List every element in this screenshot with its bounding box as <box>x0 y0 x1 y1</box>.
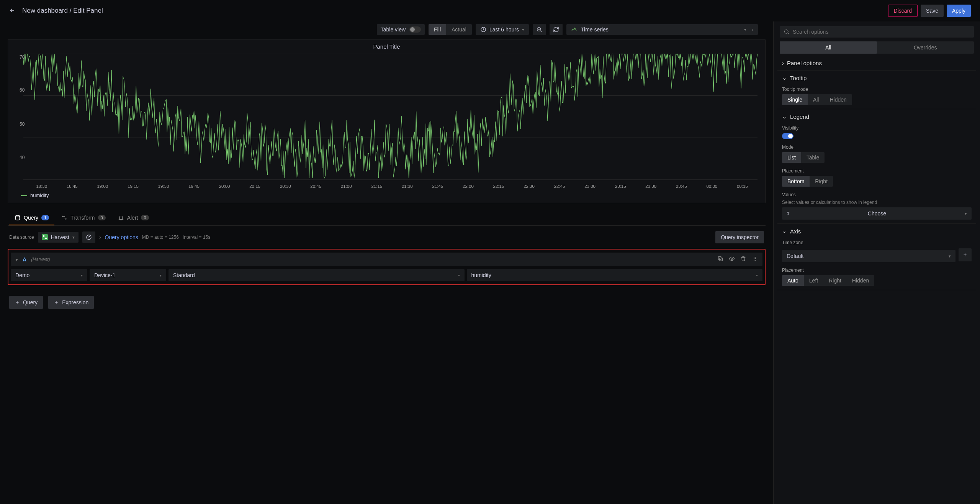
y-tick: 70 <box>20 54 25 60</box>
panel-toolbar: Table view Fill Actual Last 6 hours ▾ <box>8 21 766 39</box>
chart-area[interactable]: 70 60 50 40 <box>8 54 765 184</box>
harvest-icon <box>42 234 48 240</box>
table-view-label: Table view <box>381 26 406 33</box>
section-header[interactable]: ⌄ Axis <box>782 228 972 235</box>
y-tick: 60 <box>20 87 25 93</box>
tooltip-hidden[interactable]: Hidden <box>824 94 852 105</box>
actual-button[interactable]: Actual <box>446 24 472 35</box>
apply-button[interactable]: Apply <box>947 5 971 17</box>
chevron-right-icon[interactable]: › <box>752 27 753 32</box>
panel-preview: Panel Title 70 60 50 40 18:3018:4519:001… <box>8 39 766 203</box>
chevron-down-icon: ⌄ <box>782 228 787 235</box>
query-options-link[interactable]: Query options <box>105 234 138 240</box>
axis-tz-select[interactable]: Default ▾ <box>782 250 955 262</box>
query-field-metric[interactable]: humidity▾ <box>467 269 763 281</box>
page-header: New dashboard / Edit Panel Discard Save … <box>0 0 980 21</box>
refresh-button[interactable] <box>550 24 563 35</box>
x-tick: 23:45 <box>666 184 697 189</box>
section-header[interactable]: › Panel options <box>782 60 972 66</box>
drag-handle-icon[interactable] <box>752 256 758 263</box>
ds-help-button[interactable] <box>82 231 95 243</box>
query-inspector-button[interactable]: Query inspector <box>715 231 764 243</box>
query-field-device[interactable]: Device-1▾ <box>90 269 166 281</box>
breadcrumb: New dashboard / Edit Panel <box>22 7 103 15</box>
left-column: Table view Fill Actual Last 6 hours ▾ <box>0 21 773 504</box>
axis-auto[interactable]: Auto <box>782 275 804 286</box>
legend-values-select[interactable]: ూ Choose ▾ <box>782 207 972 220</box>
question-icon <box>86 234 92 240</box>
tooltip-all[interactable]: All <box>808 94 825 105</box>
plus-icon: ＋ <box>54 299 59 306</box>
query-field-type[interactable]: Standard▾ <box>169 269 465 281</box>
tab-all[interactable]: All <box>780 41 877 54</box>
trash-icon[interactable] <box>740 256 746 263</box>
y-tick: 40 <box>20 155 25 160</box>
chart-legend: humidity <box>8 190 765 203</box>
section-axis: ⌄ Axis Time zone Default ▾ ＋ Placement A… <box>777 224 976 290</box>
x-tick: 22:15 <box>483 184 514 189</box>
zoom-out-button[interactable] <box>533 24 546 35</box>
legend-right[interactable]: Right <box>810 176 833 187</box>
viz-label: Time series <box>581 26 609 33</box>
query-letter: A <box>23 256 26 263</box>
x-tick: 20:45 <box>301 184 331 189</box>
x-tick: 23:15 <box>605 184 636 189</box>
tooltip-single[interactable]: Single <box>782 94 808 105</box>
axis-hidden[interactable]: Hidden <box>847 275 874 286</box>
discard-button[interactable]: Discard <box>888 5 918 17</box>
visualization-picker[interactable]: Time series ▾ › <box>566 24 758 35</box>
legend-values-label: Values <box>782 192 972 197</box>
search-options-input[interactable] <box>793 29 970 35</box>
tab-transform[interactable]: Transform 0 <box>56 211 111 225</box>
svg-point-15 <box>755 257 756 258</box>
chevron-down-icon[interactable]: ▾ <box>15 256 18 263</box>
axis-tz-add[interactable]: ＋ <box>959 248 972 261</box>
x-tick: 20:30 <box>270 184 301 189</box>
query-block-highlight: ▾ A (Harvest) Demo▾ Device-1▾ Standard▾ … <box>8 249 766 285</box>
tab-overrides[interactable]: Overrides <box>877 41 974 54</box>
svg-point-20 <box>785 30 788 33</box>
legend-placement-segment: Bottom Right <box>782 176 833 187</box>
add-row: ＋ Query ＋ Expression <box>8 292 766 313</box>
datasource-row: Data source Harvest ▾ › Query options MD… <box>8 226 766 249</box>
query-field-project[interactable]: Demo▾ <box>11 269 87 281</box>
legend-bottom[interactable]: Bottom <box>782 176 810 187</box>
axis-left[interactable]: Left <box>804 275 823 286</box>
tab-query[interactable]: Query 1 <box>9 211 54 225</box>
section-header[interactable]: ⌄ Legend <box>782 113 972 120</box>
time-range-picker[interactable]: Last 6 hours ▾ <box>476 24 529 35</box>
section-panel-options: › Panel options <box>777 56 976 71</box>
plus-icon: ＋ <box>15 299 20 306</box>
editor-tabs: Query 1 Transform 0 Alert 0 <box>8 207 766 226</box>
qopts-interval: Interval = 15s <box>183 235 210 240</box>
legend-table[interactable]: Table <box>801 152 825 163</box>
search-options[interactable] <box>780 26 974 38</box>
svg-rect-9 <box>45 238 47 239</box>
x-tick: 20:15 <box>240 184 270 189</box>
time-range-label: Last 6 hours <box>489 26 519 33</box>
save-button[interactable]: Save <box>921 5 944 17</box>
fill-actual-segment: Fill Actual <box>429 24 472 35</box>
table-view-switch[interactable] <box>409 26 421 33</box>
back-arrow-icon[interactable] <box>9 7 15 15</box>
chevron-right-icon[interactable]: › <box>99 234 101 240</box>
section-header[interactable]: ⌄ Tooltip <box>782 74 972 81</box>
axis-right[interactable]: Right <box>823 275 847 286</box>
legend-mode-label: Mode <box>782 144 972 150</box>
table-view-toggle[interactable]: Table view <box>377 24 425 35</box>
add-query-button[interactable]: ＋ Query <box>9 296 43 309</box>
axis-tz-label: Time zone <box>782 240 972 245</box>
datasource-select[interactable]: Harvest ▾ <box>38 232 79 243</box>
copy-icon[interactable] <box>717 256 723 263</box>
fill-button[interactable]: Fill <box>429 24 446 35</box>
eye-icon[interactable] <box>729 256 735 263</box>
chevron-down-icon: ▾ <box>965 211 967 216</box>
options-sidebar: All Overrides › Panel options ⌄ Tooltip … <box>773 21 980 504</box>
add-expression-button[interactable]: ＋ Expression <box>48 296 94 309</box>
legend-visibility-switch[interactable] <box>782 133 793 139</box>
x-tick: 21:30 <box>392 184 423 189</box>
chart-svg <box>23 54 757 180</box>
tab-alert[interactable]: Alert 0 <box>113 211 154 225</box>
ds-label: Data source <box>9 235 34 240</box>
legend-list[interactable]: List <box>782 152 801 163</box>
